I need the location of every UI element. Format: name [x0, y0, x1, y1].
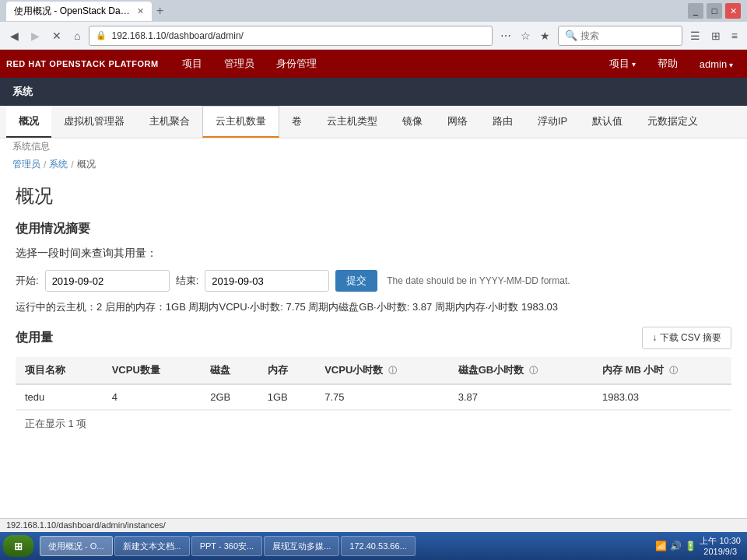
address-bar[interactable]: 🔒 192.168.1.10/dashboard/admin/ — [89, 26, 492, 46]
os-topnav-items: 项目 管理员 身份管理 — [171, 51, 601, 77]
subnav-item-defaults[interactable]: 默认值 — [580, 107, 635, 138]
topnav-item-admin[interactable]: 管理员 — [213, 51, 265, 77]
subnav-item-hypervisors[interactable]: 虚拟机管理器 — [51, 107, 137, 138]
submit-button[interactable]: 提交 — [335, 270, 377, 292]
end-label: 结束: — [176, 274, 199, 288]
cell-vcpu-hours: 7.75 — [315, 384, 449, 410]
stop-button[interactable]: ✕ — [48, 28, 65, 44]
tray-time-value: 上午 10:30 — [700, 535, 741, 546]
table-footer: 正在显示 1 项 — [16, 410, 731, 437]
os-topnav: RED HAT OPENSTACK PLATFORM 项目 管理员 身份管理 项… — [0, 50, 747, 78]
end-date-input[interactable] — [205, 270, 329, 292]
topnav-item-identity[interactable]: 身份管理 — [265, 51, 328, 77]
start-label: 开始: — [16, 274, 39, 288]
tab-title: 使用概况 - OpenStack Dash... — [14, 5, 131, 18]
cell-project: tedu — [16, 384, 103, 410]
browser-tab-active[interactable]: 使用概况 - OpenStack Dash... ✕ — [6, 2, 152, 21]
tray-date-value: 2019/9/3 — [700, 546, 741, 557]
topnav-item-project[interactable]: 项目 — [171, 51, 213, 77]
vcpu-hours-info-icon: ⓘ — [388, 366, 397, 375]
topnav-user-menu[interactable]: admin — [692, 52, 741, 76]
os-topnav-right: 项目 帮助 admin — [601, 51, 741, 77]
breadcrumb-admin[interactable]: 管理员 — [12, 158, 40, 171]
col-disk-gb-hours: 磁盘GB小时数 ⓘ — [449, 357, 593, 384]
browser-titlebar: 使用概况 - OpenStack Dash... ✕ + _ □ ✕ — [0, 0, 747, 22]
usage-title: 使用量 — [16, 330, 53, 346]
breadcrumb: 管理员 / 系统 / 概况 — [0, 155, 747, 174]
status-bar: 192.168.1.10/dashboard/admin/instances/ — [0, 518, 747, 532]
tray-time: 上午 10:30 2019/9/3 — [700, 535, 741, 558]
start-button[interactable]: ⊞ — [3, 535, 33, 557]
cell-vcpu: 4 — [103, 384, 202, 410]
taskbar-item-0[interactable]: 使用概况 - O... — [40, 536, 113, 556]
usage-table: 项目名称 VCPU数量 磁盘 内存 VCPU小时数 ⓘ 磁盘GB小时数 ⓘ 内存… — [16, 357, 731, 410]
cell-mem-mb-hours: 1983.03 — [593, 384, 731, 410]
start-date-input[interactable] — [45, 270, 170, 292]
breadcrumb-current: 概况 — [77, 158, 96, 171]
close-button[interactable]: ✕ — [725, 3, 741, 19]
subnav-item-flavor[interactable]: 云主机类型 — [314, 107, 390, 138]
col-project-name: 项目名称 — [16, 357, 103, 384]
col-disk: 磁盘 — [201, 357, 258, 384]
breadcrumb-sub: 系统信息 — [0, 138, 747, 155]
download-csv-button[interactable]: ↓ 下载 CSV 摘要 — [642, 327, 731, 349]
breadcrumb-system[interactable]: 系统 — [49, 158, 68, 171]
tray-icon-network: 📶 — [655, 541, 667, 551]
os-brand: RED HAT OPENSTACK PLATFORM — [6, 59, 171, 68]
date-hint: The date should be in YYYY-MM-DD format. — [387, 275, 570, 286]
window-controls: _ □ ✕ — [688, 3, 741, 19]
usage-summary-title: 使用情况摘要 — [16, 221, 731, 237]
taskbar: ⊞ 使用概况 - O... 新建文本文档... PPT - 360安... 展现… — [0, 532, 747, 560]
disk-gb-hours-info-icon: ⓘ — [529, 366, 538, 375]
subnav-item-volumes[interactable]: 卷 — [279, 107, 314, 138]
cell-memory: 1GB — [258, 384, 315, 410]
bookmark-button[interactable]: ☆ — [517, 28, 534, 44]
search-input[interactable] — [580, 30, 675, 41]
browser-toolbar: ◀ ▶ ✕ ⌂ 🔒 192.168.1.10/dashboard/admin/ … — [0, 22, 747, 50]
forward-button[interactable]: ▶ — [27, 28, 44, 44]
topnav-help[interactable]: 帮助 — [650, 51, 686, 77]
address-icon: 🔒 — [96, 30, 107, 40]
star-button[interactable]: ★ — [537, 28, 553, 44]
taskbar-item-1[interactable]: 新建文本文档... — [114, 536, 190, 556]
breadcrumb-sep-2: / — [71, 159, 73, 170]
subnav-item-vm-count[interactable]: 云主机数量 — [202, 106, 279, 138]
os-subnav: 概况 虚拟机管理器 主机聚合 云主机数量 卷 云主机类型 镜像 网络 路由 浮动… — [0, 106, 747, 138]
back-button[interactable]: ◀ — [6, 28, 23, 44]
taskbar-tray: 📶 🔊 🔋 上午 10:30 2019/9/3 — [649, 535, 747, 558]
cell-disk-gb-hours: 3.87 — [449, 384, 593, 410]
taskbar-items: 使用概况 - O... 新建文本文档... PPT - 360安... 展现互动… — [37, 536, 649, 556]
subnav-item-images[interactable]: 镜像 — [390, 107, 435, 138]
subnav-item-host-aggregates[interactable]: 主机聚合 — [137, 107, 202, 138]
subnav-item-metadata-defs[interactable]: 元数据定义 — [635, 107, 710, 138]
date-form: 开始: 结束: 提交 The date should be in YYYY-MM… — [16, 270, 731, 292]
main-content: 概况 使用情况摘要 选择一段时间来查询其用量： 开始: 结束: 提交 The d… — [0, 174, 747, 446]
subnav-item-floating-ip[interactable]: 浮动IP — [525, 107, 580, 138]
table-header-row: 项目名称 VCPU数量 磁盘 内存 VCPU小时数 ⓘ 磁盘GB小时数 ⓘ 内存… — [16, 357, 731, 384]
breadcrumb-sep-1: / — [44, 159, 46, 170]
topnav-project-selector[interactable]: 项目 — [601, 51, 644, 77]
tab-close-btn[interactable]: ✕ — [137, 6, 144, 16]
menu-button[interactable]: ≡ — [728, 28, 741, 44]
minimize-button[interactable]: _ — [688, 3, 703, 19]
subnav-item-overview[interactable]: 概况 — [6, 107, 51, 138]
col-vcpu-hours: VCPU小时数 ⓘ — [315, 357, 449, 384]
subnav-item-router[interactable]: 路由 — [480, 107, 525, 138]
maximize-button[interactable]: □ — [707, 3, 722, 19]
search-box[interactable]: 🔍 — [558, 26, 682, 46]
tray-icon-sound: 🔊 — [670, 541, 682, 551]
taskbar-item-2[interactable]: PPT - 360安... — [191, 536, 263, 556]
tray-icon-battery: 🔋 — [685, 541, 696, 551]
mem-mb-hours-info-icon: ⓘ — [669, 366, 678, 375]
toolbar-right: ⋯ ☆ ★ — [497, 28, 553, 44]
extensions-button[interactable]: ⊞ — [708, 28, 724, 44]
new-tab-button[interactable]: + — [156, 4, 163, 18]
sidebar-button[interactable]: ☰ — [687, 28, 703, 44]
subnav-item-network[interactable]: 网络 — [435, 107, 480, 138]
system-label: 系统 — [12, 85, 33, 99]
more-options-button[interactable]: ⋯ — [497, 28, 514, 44]
taskbar-item-4[interactable]: 172.40.53.66... — [341, 536, 415, 556]
cell-disk: 2GB — [201, 384, 258, 410]
taskbar-item-3[interactable]: 展现互动多媒... — [264, 536, 339, 556]
home-button[interactable]: ⌂ — [70, 28, 84, 44]
